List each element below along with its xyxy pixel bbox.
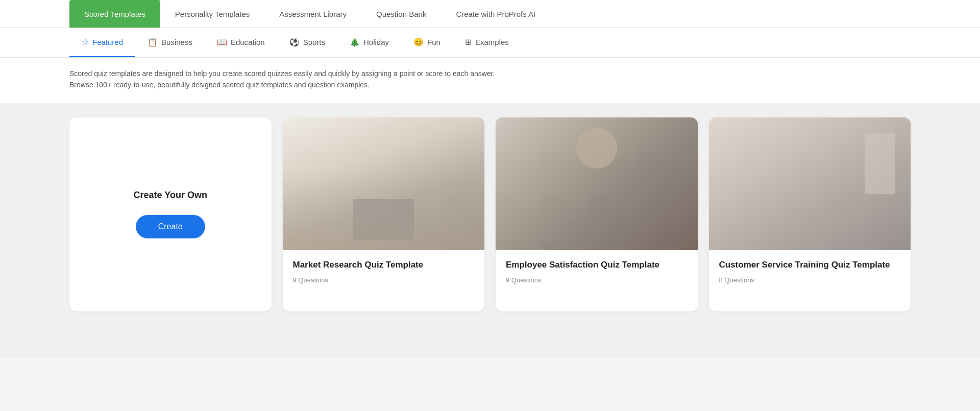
cards-area: Create Your Own Create Preview Use This … <box>0 103 980 358</box>
description-line1: Scored quiz templates are designed to he… <box>69 69 495 78</box>
card-image-customer-service: Preview Use This Template <box>709 117 911 250</box>
card-title-market-research: Market Research Quiz Template <box>293 259 475 271</box>
tab-assessment-library[interactable]: Assessment Library <box>264 0 361 28</box>
tab-education[interactable]: 📖 Education <box>205 28 277 57</box>
top-tabs-container: Scored Templates Personality Templates A… <box>0 0 980 28</box>
card-questions-employee-satisfaction: 9 Questions <box>506 276 688 284</box>
tab-personality-templates[interactable]: Personality Templates <box>160 0 264 28</box>
template-card-customer-service: Preview Use This Template Customer Servi… <box>709 117 911 311</box>
tab-education-label: Education <box>231 38 265 46</box>
tab-business[interactable]: 📋 Business <box>135 28 205 57</box>
fun-icon: 😊 <box>413 37 424 47</box>
create-own-card: Create Your Own Create <box>69 117 272 311</box>
template-card-employee-satisfaction: Preview Use This Template Employee Satis… <box>496 117 698 311</box>
card-body-employee-satisfaction: Employee Satisfaction Quiz Template 9 Qu… <box>496 250 698 294</box>
business-icon: 📋 <box>148 37 158 47</box>
examples-icon: ⊞ <box>465 37 472 47</box>
tab-holiday[interactable]: 🎄 Holiday <box>337 28 401 57</box>
create-own-title: Create Your Own <box>134 190 207 201</box>
sports-icon: ⚽ <box>289 37 300 47</box>
tab-featured[interactable]: ☆ Featured <box>69 28 135 57</box>
cards-grid: Create Your Own Create Preview Use This … <box>69 117 911 311</box>
tab-create-ai[interactable]: Create with ProProfs AI <box>441 0 550 28</box>
category-tabs-container: ☆ Featured 📋 Business 📖 Education ⚽ Spor… <box>0 28 980 58</box>
tab-featured-label: Featured <box>92 38 123 46</box>
tab-business-label: Business <box>161 38 192 46</box>
card-body-market-research: Market Research Quiz Template 9 Question… <box>283 250 485 294</box>
tab-fun-label: Fun <box>427 38 440 46</box>
card-title-employee-satisfaction: Employee Satisfaction Quiz Template <box>506 259 688 271</box>
holiday-icon: 🎄 <box>350 37 360 47</box>
card-title-customer-service: Customer Service Training Quiz Template <box>719 259 901 271</box>
card-questions-customer-service: 8 Questions <box>719 276 901 284</box>
tab-examples[interactable]: ⊞ Examples <box>453 28 521 57</box>
tab-examples-label: Examples <box>475 38 509 46</box>
card-image-employee-satisfaction: Preview Use This Template <box>496 117 698 250</box>
education-icon: 📖 <box>217 37 227 47</box>
description-area: Scored quiz templates are designed to he… <box>0 58 980 103</box>
tab-fun[interactable]: 😊 Fun <box>401 28 453 57</box>
card-image-market-research: Preview Use This Template <box>283 117 485 250</box>
description-line2: Browse 100+ ready-to-use, beautifully de… <box>69 81 370 89</box>
template-card-market-research: Preview Use This Template Market Researc… <box>283 117 485 311</box>
tab-holiday-label: Holiday <box>363 38 389 46</box>
tab-scored-templates[interactable]: Scored Templates <box>69 0 160 28</box>
card-questions-market-research: 9 Questions <box>293 276 475 284</box>
create-button[interactable]: Create <box>136 215 205 238</box>
card-body-customer-service: Customer Service Training Quiz Template … <box>709 250 911 294</box>
star-icon: ☆ <box>82 37 89 47</box>
tab-sports-label: Sports <box>303 38 325 46</box>
tab-question-bank[interactable]: Question Bank <box>361 0 441 28</box>
tab-sports[interactable]: ⚽ Sports <box>277 28 337 57</box>
